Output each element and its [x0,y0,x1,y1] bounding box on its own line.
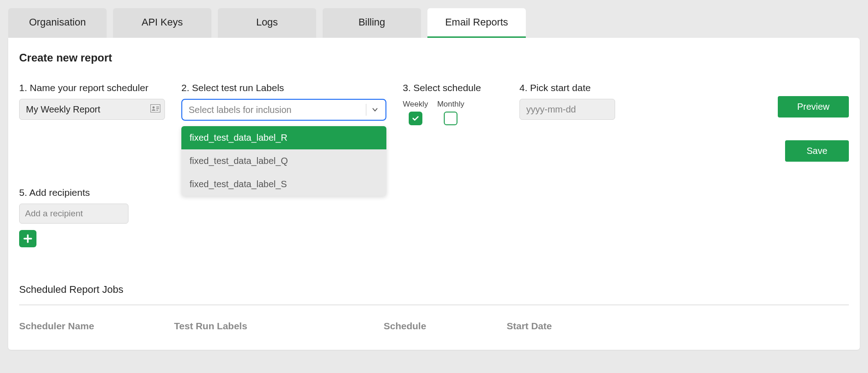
plus-icon [23,234,33,244]
step-labels-label: 2. Select test run Labels [181,82,386,93]
weekly-checkbox[interactable] [409,112,422,125]
dropdown-option[interactable]: fixed_test_data_label_Q [181,149,386,173]
schedule-weekly-option: Weekly [403,100,428,125]
svg-point-1 [153,107,155,109]
jobs-title: Scheduled Report Jobs [19,284,849,296]
tab-organisation[interactable]: Organisation [8,8,107,38]
start-date-input[interactable] [519,99,615,120]
id-card-icon [150,104,160,114]
tab-billing[interactable]: Billing [323,8,421,38]
jobs-header-date: Start Date [507,321,849,332]
dropdown-option[interactable]: fixed_test_data_label_S [181,173,386,196]
labels-dropdown: fixed_test_data_label_R fixed_test_data_… [181,126,386,196]
step-labels: 2. Select test run Labels Select labels … [181,82,386,121]
tab-logs[interactable]: Logs [218,8,316,38]
add-recipient-button[interactable] [19,230,36,247]
email-reports-panel: Create new report 1. Name your report sc… [8,38,860,350]
action-buttons: Preview Save [632,82,849,162]
labels-select-placeholder: Select labels for inclusion [189,105,292,115]
scheduler-name-input[interactable] [19,99,165,120]
step-schedule: 3. Select schedule Weekly Monthly [403,82,503,125]
tab-email-reports[interactable]: Email Reports [427,8,526,38]
svg-rect-2 [156,107,159,107]
schedule-monthly-option: Monthly [437,100,464,125]
step-date: 4. Pick start date [519,82,615,120]
preview-button[interactable]: Preview [778,96,849,118]
step-recipients-label: 5. Add recipients [19,187,849,198]
monthly-label: Monthly [437,100,464,109]
dropdown-option[interactable]: fixed_test_data_label_R [181,126,386,149]
tabs: Organisation API Keys Logs Billing Email… [8,8,860,38]
recipient-input[interactable] [19,204,128,224]
save-button[interactable]: Save [785,140,849,162]
monthly-checkbox[interactable] [444,112,457,125]
svg-rect-3 [156,108,159,109]
jobs-header-name: Scheduler Name [19,321,174,332]
jobs-header-sched: Schedule [384,321,507,332]
weekly-label: Weekly [403,100,428,109]
step-date-label: 4. Pick start date [519,82,615,93]
step-name: 1. Name your report scheduler [19,82,165,120]
labels-select[interactable]: Select labels for inclusion [181,99,386,121]
create-report-form: 1. Name your report scheduler [19,82,849,162]
step-name-label: 1. Name your report scheduler [19,82,165,93]
svg-rect-4 [156,110,158,111]
jobs-table-headers: Scheduler Name Test Run Labels Schedule … [19,321,849,332]
jobs-header-labels: Test Run Labels [174,321,384,332]
chevron-down-icon[interactable] [371,106,379,114]
tab-api-keys[interactable]: API Keys [113,8,211,38]
jobs-divider [19,305,849,305]
step-recipients: 5. Add recipients [19,187,849,247]
select-divider [366,104,366,116]
step-schedule-label: 3. Select schedule [403,82,503,93]
scheduled-jobs-section: Scheduled Report Jobs Scheduler Name Tes… [19,284,849,332]
section-title: Create new report [19,51,849,64]
